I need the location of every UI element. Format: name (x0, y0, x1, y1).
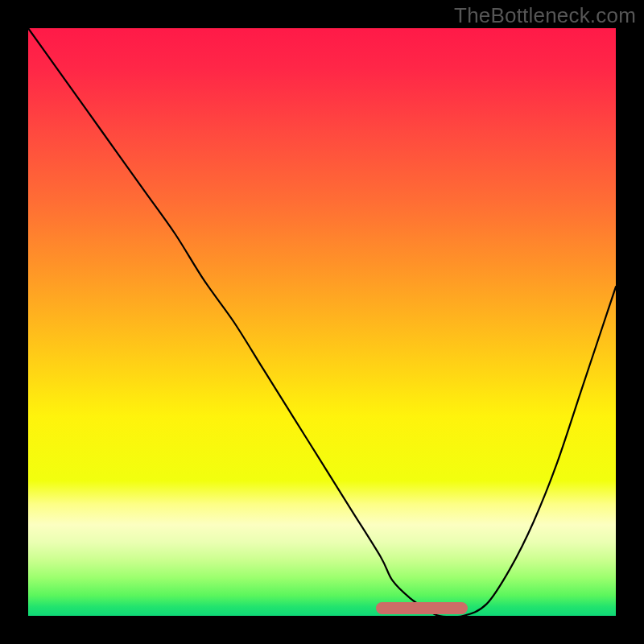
plot-area (28, 28, 616, 616)
watermark-text: TheBottleneck.com (454, 3, 636, 28)
optimal-range-marker (376, 602, 468, 614)
bottleneck-curve (28, 28, 616, 616)
chart-frame: TheBottleneck.com (0, 0, 644, 644)
